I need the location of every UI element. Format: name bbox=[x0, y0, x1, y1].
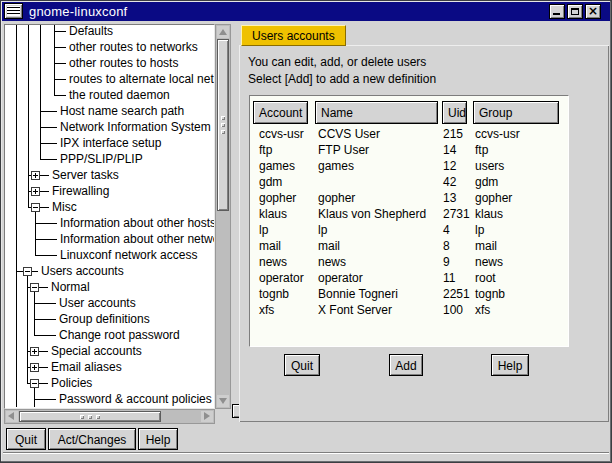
tree-item-normal[interactable]: Normal bbox=[5, 279, 215, 295]
status-bar bbox=[3, 452, 609, 460]
window-menu-icon[interactable] bbox=[4, 3, 23, 19]
maximize-icon bbox=[571, 8, 579, 15]
tree-item-label: other routes to networks bbox=[69, 40, 198, 54]
tree-item-firewalling[interactable]: Firewalling bbox=[5, 183, 215, 199]
tree-item-misc[interactable]: Misc bbox=[5, 199, 215, 215]
user-row-gdm[interactable]: gdm42gdm bbox=[250, 174, 568, 190]
tree-item-the-routed-daemon[interactable]: the routed daemon bbox=[5, 87, 215, 103]
menu-lines-glyph bbox=[7, 6, 20, 16]
tree-item-label: routes to alternate local nets bbox=[69, 72, 215, 86]
add-button[interactable]: Add bbox=[389, 354, 423, 376]
tree-vertical-scrollbar[interactable] bbox=[215, 24, 231, 409]
cell-uid: 9 bbox=[443, 255, 450, 269]
cell-group: ftp bbox=[475, 143, 488, 157]
tree-item-label: the routed daemon bbox=[69, 88, 170, 102]
tree-item-other-routes-to-networks[interactable]: other routes to networks bbox=[5, 39, 215, 55]
column-header-name[interactable]: Name bbox=[315, 101, 438, 124]
window-title: gnome-linuxconf bbox=[29, 4, 127, 19]
user-row-operator[interactable]: operatoroperator11root bbox=[250, 270, 568, 286]
tree-item-server-tasks[interactable]: Server tasks bbox=[5, 167, 215, 183]
tree-item-host-name-search-path[interactable]: Host name search path bbox=[5, 103, 215, 119]
tree-item-policies[interactable]: Policies bbox=[5, 375, 215, 391]
user-row-lp[interactable]: lplp4lp bbox=[250, 222, 568, 238]
cell-name: lp bbox=[318, 223, 327, 237]
scrollbar-grip-dot bbox=[221, 130, 225, 134]
cell-account: news bbox=[259, 255, 287, 269]
users-table: AccountNameUidGroup ccvs-usrCCVS User215… bbox=[249, 95, 569, 347]
cell-name: mail bbox=[318, 239, 340, 253]
column-header-group[interactable]: Group bbox=[473, 101, 559, 124]
cell-group: root bbox=[475, 271, 496, 285]
act-changes-button[interactable]: Act/Changes bbox=[48, 428, 136, 450]
cell-account: tognb bbox=[259, 287, 289, 301]
tree-item-ppp-slip-plip[interactable]: PPP/SLIP/PLIP bbox=[5, 151, 215, 167]
help-button[interactable]: Help bbox=[138, 428, 178, 450]
user-row-xfs[interactable]: xfsX Font Server100xfs bbox=[250, 302, 568, 318]
minimize-button[interactable] bbox=[549, 4, 565, 19]
scroll-right-arrow-icon[interactable] bbox=[201, 411, 213, 422]
gnome-linuxconf-window: gnome-linuxconf × Defaultsother routes t… bbox=[0, 0, 612, 463]
column-header-uid[interactable]: Uid bbox=[442, 101, 467, 124]
user-row-tognb[interactable]: tognbBonnie Togneri2251tognb bbox=[250, 286, 568, 302]
quit-button[interactable]: Quit bbox=[284, 354, 320, 376]
tree-item-label: IPX interface setup bbox=[60, 136, 161, 150]
tree-item-label: Server tasks bbox=[52, 168, 119, 182]
tree-item-user-accounts[interactable]: User accounts bbox=[5, 295, 215, 311]
cell-uid: 8 bbox=[443, 239, 450, 253]
tree-item-network-information-system[interactable]: Network Information System bbox=[5, 119, 215, 135]
user-row-games[interactable]: gamesgames12users bbox=[250, 158, 568, 174]
vertical-scrollbar-thumb[interactable] bbox=[217, 39, 229, 211]
tree-horizontal-scrollbar[interactable] bbox=[4, 409, 215, 424]
tree-item-information-about-other-hosts[interactable]: Information about other hosts bbox=[5, 215, 215, 231]
user-row-mail[interactable]: mailmail8mail bbox=[250, 238, 568, 254]
tree-item-special-accounts[interactable]: Special accounts bbox=[5, 343, 215, 359]
tree-item-change-root-password[interactable]: Change root password bbox=[5, 327, 215, 343]
tree-item-label: Special accounts bbox=[51, 344, 142, 358]
cell-name: FTP User bbox=[318, 143, 369, 157]
cell-group: mail bbox=[475, 239, 497, 253]
scroll-left-arrow-icon[interactable] bbox=[6, 411, 18, 422]
scroll-down-arrow-icon[interactable] bbox=[217, 395, 229, 407]
tree-item-routes-to-alternate-local-nets[interactable]: routes to alternate local nets bbox=[5, 71, 215, 87]
cell-account: ccvs-usr bbox=[259, 127, 304, 141]
tree-item-label: Misc bbox=[52, 200, 77, 214]
tree-item-group-definitions[interactable]: Group definitions bbox=[5, 311, 215, 327]
cell-account: mail bbox=[259, 239, 281, 253]
tree-item-password-account-policies[interactable]: Password & account policies bbox=[5, 391, 215, 407]
tree-item-information-about-other-networks[interactable]: Information about other networks bbox=[5, 231, 215, 247]
tree-item-linuxconf-network-access[interactable]: Linuxconf network access bbox=[5, 247, 215, 263]
close-button[interactable]: × bbox=[585, 4, 601, 19]
horizontal-scrollbar-thumb[interactable] bbox=[19, 411, 161, 422]
tree-item-defaults[interactable]: Defaults bbox=[5, 24, 215, 39]
tab-users-accounts[interactable]: Users accounts bbox=[241, 25, 346, 46]
cell-uid: 2251 bbox=[443, 287, 470, 301]
tree-item-label: Firewalling bbox=[52, 184, 109, 198]
tree-item-label: Normal bbox=[51, 280, 90, 294]
quit-button[interactable]: Quit bbox=[6, 428, 46, 450]
tree-item-label: Network Information System bbox=[60, 120, 211, 134]
user-row-klaus[interactable]: klausKlaus von Shepherd2731klaus bbox=[250, 206, 568, 222]
titlebar: gnome-linuxconf × bbox=[2, 2, 610, 21]
cell-name: Klaus von Shepherd bbox=[318, 207, 426, 221]
tree-item-email-aliases[interactable]: Email aliases bbox=[5, 359, 215, 375]
cell-name: X Font Server bbox=[318, 303, 392, 317]
user-row-gopher[interactable]: gophergopher13gopher bbox=[250, 190, 568, 206]
intro-line-2: Select [Add] to add a new definition bbox=[248, 72, 436, 86]
help-button[interactable]: Help bbox=[491, 354, 529, 376]
user-row-news[interactable]: newsnews9news bbox=[250, 254, 568, 270]
cell-name: games bbox=[318, 159, 354, 173]
cell-group: xfs bbox=[475, 303, 490, 317]
user-row-ccvs-usr[interactable]: ccvs-usrCCVS User215ccvs-usr bbox=[250, 126, 568, 142]
tree-item-users-accounts[interactable]: Users accounts bbox=[5, 263, 215, 279]
expand-plus-icon bbox=[30, 347, 39, 356]
scrollbar-grip-dot bbox=[96, 415, 100, 419]
column-header-account[interactable]: Account bbox=[253, 101, 308, 124]
user-row-ftp[interactable]: ftpFTP User14ftp bbox=[250, 142, 568, 158]
scroll-up-arrow-icon[interactable] bbox=[217, 26, 229, 38]
cell-name: gopher bbox=[318, 191, 355, 205]
cell-uid: 13 bbox=[443, 191, 456, 205]
scrollbar-grip-dot bbox=[221, 116, 225, 120]
tree-item-other-routes-to-hosts[interactable]: other routes to hosts bbox=[5, 55, 215, 71]
tree-item-ipx-interface-setup[interactable]: IPX interface setup bbox=[5, 135, 215, 151]
maximize-button[interactable] bbox=[567, 4, 583, 19]
